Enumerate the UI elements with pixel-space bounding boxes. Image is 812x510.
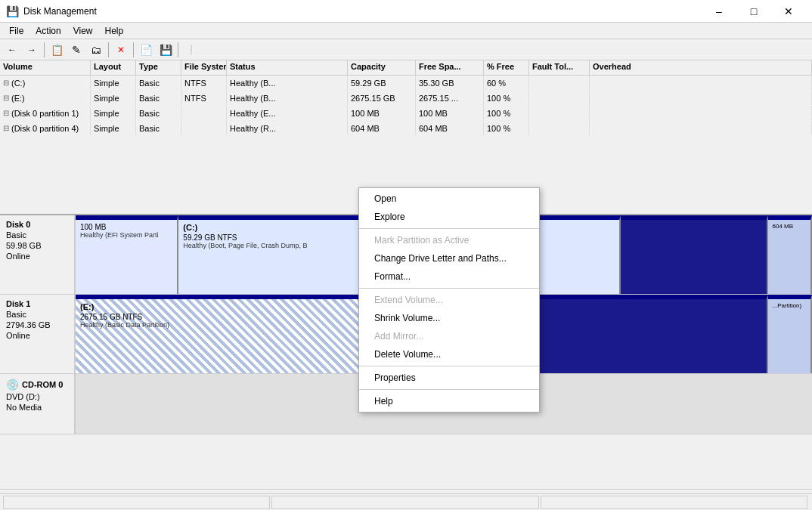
table-row[interactable]: ⊟ (Disk 0 partition 4) Simple Basic Heal… (0, 121, 812, 136)
cdrom-name: CD-ROM 0 (22, 380, 63, 389)
col-header-freespace[interactable]: Free Spa... (416, 60, 484, 75)
ctx-sep-1 (359, 228, 539, 229)
cell-free-3: 604 MB (416, 121, 484, 135)
cell-status-3: Healthy (R... (227, 121, 348, 135)
toolbar-sep-4 (178, 42, 178, 57)
ctx-format[interactable]: Format... (359, 267, 539, 286)
status-pane-1 (3, 496, 270, 509)
ctx-sep-2 (359, 288, 539, 289)
toolbar-sep-3 (133, 42, 134, 57)
cell-volume-3: ⊟ (Disk 0 partition 4) (0, 121, 91, 135)
cell-fault-0 (529, 76, 590, 90)
ctx-help[interactable]: Help (359, 392, 539, 410)
toolbar-sep-2 (108, 42, 109, 57)
ctx-properties[interactable]: Properties (359, 369, 539, 387)
col-header-fs[interactable]: File System (181, 60, 227, 75)
table-row[interactable]: ⊟ (E:) Simple Basic NTFS Healthy (B... 2… (0, 91, 812, 106)
ctx-shrink[interactable]: Shrink Volume... (359, 309, 539, 327)
menu-view[interactable]: View (67, 24, 99, 38)
cdrom-status: No Media (6, 403, 68, 412)
table-header: Volume Layout Type File System Status Ca… (0, 60, 812, 76)
back-button[interactable]: ← (3, 42, 21, 58)
export-button[interactable]: 📄 (137, 42, 155, 58)
help-button[interactable]: ❕ (181, 42, 200, 58)
col-header-volume[interactable]: Volume (0, 60, 91, 75)
cell-capacity-2: 100 MB (348, 106, 416, 120)
disk-1-type: Basic (6, 310, 68, 319)
cell-overhead-2 (590, 106, 812, 120)
col-header-pctfree[interactable]: % Free (484, 60, 529, 75)
cell-free-0: 35.30 GB (416, 76, 484, 90)
disk-1-name: Disk 1 (6, 299, 68, 308)
folder-button[interactable]: 🗂 (87, 42, 105, 58)
disk-0-type: Basic (6, 230, 68, 240)
col-header-type[interactable]: Type (136, 60, 181, 75)
ctx-open[interactable]: Open (359, 190, 539, 208)
cell-overhead-1 (590, 91, 812, 105)
cell-status-2: Healthy (E... (227, 106, 348, 120)
menu-help[interactable]: Help (99, 24, 130, 38)
col-header-overhead[interactable]: Overhead (590, 60, 812, 75)
cell-fs-2 (181, 106, 227, 120)
cell-status-0: Healthy (B... (227, 76, 348, 90)
save-button[interactable]: 💾 (157, 42, 175, 58)
drive-icon-2: ⊟ (3, 109, 9, 117)
cell-fault-3 (529, 121, 590, 135)
maximize-button[interactable]: □ (736, 0, 771, 23)
table-row[interactable]: ⊟ (C:) Simple Basic NTFS Healthy (B... 5… (0, 76, 812, 91)
disk-1-partition-dark[interactable] (517, 295, 767, 373)
forward-button[interactable]: → (23, 42, 41, 58)
disk-1-size: 2794.36 GB (6, 320, 68, 329)
cell-fault-2 (529, 106, 590, 120)
status-pane-3 (541, 496, 807, 509)
cdrom-type: DVD (D:) (6, 392, 68, 401)
ctx-change-drive[interactable]: Change Drive Letter and Paths... (359, 249, 539, 267)
ctx-sep-3 (359, 366, 539, 366)
disk-0-partition-dark[interactable] (621, 215, 768, 294)
cell-layout-0: Simple (91, 76, 136, 90)
ctx-explore[interactable]: Explore (359, 208, 539, 226)
col-header-capacity[interactable]: Capacity (348, 60, 416, 75)
toolbar: ← → 📋 ✎ 🗂 ✕ 📄 💾 ❕ (0, 39, 812, 60)
menu-action[interactable]: Action (29, 24, 67, 38)
cell-volume-2: ⊟ (Disk 0 partition 1) (0, 106, 91, 120)
drive-icon-1: ⊟ (3, 94, 9, 102)
cell-free-2: 100 MB (416, 106, 484, 120)
properties-button[interactable]: 📋 (48, 42, 66, 58)
cell-fault-1 (529, 91, 590, 105)
col-header-fault[interactable]: Fault Tol... (529, 60, 590, 75)
minimize-button[interactable]: – (702, 0, 736, 23)
cdrom-icon: 💿 (6, 379, 19, 391)
cell-capacity-3: 604 MB (348, 121, 416, 135)
cell-type-0: Basic (136, 76, 181, 90)
cell-type-3: Basic (136, 121, 181, 135)
disk-0-status: Online (6, 252, 68, 261)
disk-1-info: Disk 1 Basic 2794.36 GB Online (0, 295, 76, 373)
toolbar-sep-1 (44, 42, 45, 57)
ctx-delete-volume[interactable]: Delete Volume... (359, 345, 539, 363)
disk-0-partition-0[interactable]: 100 MB Healthy (EFI System Parti (76, 215, 178, 294)
drive-icon-3: ⊟ (3, 124, 9, 132)
disk-0-info: Disk 0 Basic 59.98 GB Online (0, 215, 76, 294)
cell-pct-2: 100 % (484, 106, 529, 120)
close-button[interactable]: ✕ (771, 0, 806, 23)
cell-layout-2: Simple (91, 106, 136, 120)
window-title: Disk Management (23, 6, 702, 17)
edit-button[interactable]: ✎ (67, 42, 85, 58)
status-bar (0, 493, 812, 510)
status-pane-2 (271, 496, 538, 509)
delete-button[interactable]: ✕ (112, 42, 130, 58)
menu-file[interactable]: File (3, 24, 29, 38)
disk-0-partition-recovery[interactable]: 604 MB (768, 215, 812, 294)
cell-free-1: 2675.15 ... (416, 91, 484, 105)
col-header-layout[interactable]: Layout (91, 60, 136, 75)
cell-type-2: Basic (136, 106, 181, 120)
menu-bar: File Action View Help (0, 23, 812, 39)
disk-0-name: Disk 0 (6, 220, 68, 229)
col-header-status[interactable]: Status (227, 60, 348, 75)
disk-1-partition-right[interactable]: ...Partition) (768, 295, 812, 373)
table-row[interactable]: ⊟ (Disk 0 partition 1) Simple Basic Heal… (0, 106, 812, 121)
ctx-extend: Extend Volume... (359, 291, 539, 309)
cell-overhead-0 (590, 76, 812, 90)
cell-pct-1: 100 % (484, 91, 529, 105)
